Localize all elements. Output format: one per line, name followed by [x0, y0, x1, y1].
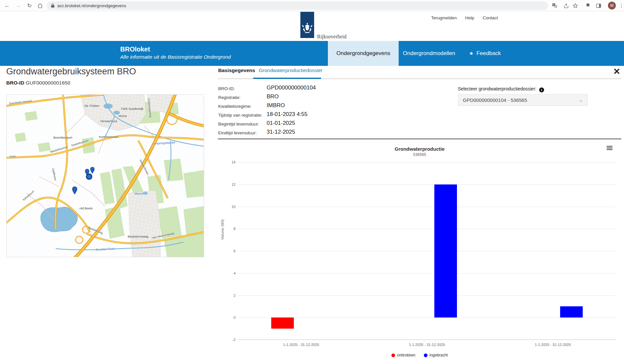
- link-contact[interactable]: Contact: [482, 15, 498, 20]
- chart-context-menu-icon[interactable]: [606, 144, 614, 151]
- star-icon: ★: [469, 50, 473, 56]
- x-axis-label: 1-1-2025 - 31-12-2025: [385, 343, 470, 347]
- gridline: [238, 207, 616, 207]
- field-label: Begintijd levensduur:: [218, 122, 259, 126]
- y-tick-label: 12: [222, 182, 236, 186]
- bar-ingebracht: [434, 184, 457, 318]
- gridline: [238, 251, 616, 251]
- address-bar[interactable]: acc.broloket.nl/ondergrondgegevens: [47, 1, 548, 10]
- bro-id-label: BRO-ID: [6, 80, 24, 86]
- field-value: IMBRO: [267, 102, 285, 109]
- field-row: Eindtijd levensduur:31-12-2025: [218, 129, 402, 138]
- map-label-place: Kortehemmen: [99, 135, 119, 139]
- gridline: [238, 162, 616, 163]
- legend-dot: [424, 354, 427, 357]
- reload-icon[interactable]: ↻: [25, 1, 34, 10]
- dossier-select[interactable]: GPD000000000104 - 536565 ⌄: [458, 94, 588, 106]
- gridline: [238, 317, 616, 318]
- field-value: 01-01-2025: [267, 120, 295, 126]
- field-value: GPD000000000104: [267, 85, 316, 91]
- field-label: BRO-ID:: [218, 86, 235, 91]
- side-panel-icon[interactable]: [594, 1, 603, 10]
- extensions-icon[interactable]: [583, 1, 592, 10]
- page-title: Grondwatergebruiksysteem BRO: [6, 67, 136, 77]
- map-label-place: Himsterhout: [100, 119, 117, 123]
- map-label-water: Mearsfeat: [134, 192, 147, 195]
- location-map[interactable]: Drachtster HeaweiDe TriskenPark Suyderwi…: [6, 94, 204, 257]
- nav-item-ondergrondgegevens[interactable]: Ondergrondgegevens: [328, 41, 399, 66]
- y-tick-label: 8: [222, 227, 236, 231]
- profile-avatar[interactable]: M: [608, 2, 616, 10]
- active-tab-indicator: [253, 78, 321, 79]
- section-divider: [218, 139, 621, 139]
- gridline: [238, 184, 616, 185]
- chart-plot-area: 14121086420-21-1-2025 - 31-12-20251-1-20…: [238, 162, 616, 340]
- chart-subtitle: 536565: [218, 152, 621, 157]
- field-row: Tijdstip van registratie:18-01-2023 4:55: [218, 111, 402, 120]
- chart-legend: onttrokkeningebracht: [218, 353, 621, 357]
- field-row: Registratie:BRO: [218, 93, 402, 102]
- tab-grondwaterproductiedossier[interactable]: Grondwaterproductiedossier: [259, 67, 323, 73]
- dossier-selector-label: Selecteer grondwaterproductiedossier:i: [458, 86, 544, 92]
- x-axis-line: [238, 339, 616, 340]
- home-icon[interactable]: [35, 1, 45, 10]
- bar-ingebracht: [560, 306, 583, 317]
- legend-item-ingebracht[interactable]: ingebracht: [424, 353, 448, 357]
- url-text: acc.broloket.nl/ondergrondgegevens: [57, 3, 126, 8]
- svg-text:A: A: [555, 6, 557, 8]
- y-tick-label: -2: [222, 338, 236, 342]
- field-value: BRO: [267, 93, 279, 100]
- legend-label: onttrokken: [397, 353, 415, 357]
- tab-basisgegevens[interactable]: Basisgegevens: [218, 67, 255, 73]
- header-links: Terugmelden Help Contact: [424, 15, 498, 20]
- legend-dot: [391, 354, 395, 357]
- y-tick-label: 2: [222, 294, 236, 297]
- bookmark-star-icon[interactable]: [571, 1, 579, 10]
- link-help[interactable]: Help: [465, 15, 474, 20]
- map-label-place: De Trisken: [85, 104, 99, 107]
- field-value: 31-12-2025: [267, 129, 295, 135]
- info-icon[interactable]: i: [539, 87, 544, 92]
- gridline: [238, 340, 616, 340]
- field-row: Begintijd levensduur:01-01-2025: [218, 120, 402, 129]
- field-row: Kwaliteitsregime:IMBRO: [218, 102, 402, 111]
- map-label-place: Ald Beets: [79, 206, 93, 210]
- main-navbar: BROloket Alle informatie uit de Basisreg…: [0, 41, 624, 66]
- chart-title: Grondwaterproductie: [218, 146, 621, 152]
- rijksoverheid-logo: [300, 12, 314, 38]
- share-icon[interactable]: [562, 1, 570, 10]
- field-label: Kwaliteitsregime:: [218, 104, 252, 109]
- brand-block[interactable]: BROloket Alle informatie uit de Basisreg…: [120, 46, 231, 60]
- map-label-place: Park Suyderwijk: [121, 107, 143, 110]
- translate-icon[interactable]: 文A: [550, 1, 559, 10]
- back-icon[interactable]: ←: [3, 1, 12, 10]
- chevron-down-icon: ⌄: [578, 98, 583, 103]
- nav-item-feedback[interactable]: ★ Feedback: [461, 41, 509, 66]
- legend-label: ingebracht: [429, 353, 448, 357]
- gridline: [238, 273, 616, 274]
- nav-item-ondergrondmodellen[interactable]: Ondergrondmodellen: [394, 41, 464, 66]
- map-label-place: Boornbergum: [53, 136, 72, 139]
- map-label-place: Beetsterzwaag: [128, 235, 148, 238]
- link-terugmelden[interactable]: Terugmelden: [431, 15, 457, 20]
- gridline: [238, 296, 616, 296]
- site-header: Rijksoverheid Terugmelden Help Contact: [0, 11, 624, 41]
- lock-icon: [51, 4, 55, 8]
- logo-wordmark: Rijksoverheid: [317, 34, 347, 40]
- y-tick-label: 14: [222, 160, 236, 164]
- kebab-menu-icon[interactable]: ⋮: [617, 1, 624, 10]
- field-label: Registratie:: [218, 95, 240, 100]
- field-label: Tijdstip van registratie:: [218, 113, 262, 118]
- close-icon[interactable]: ✕: [613, 67, 620, 76]
- production-chart: Grondwaterproductie 536565 Volume (M3) 1…: [218, 142, 621, 364]
- y-tick-label: 4: [222, 271, 236, 275]
- forward-icon[interactable]: →: [14, 1, 23, 10]
- field-label: Eindtijd levensduur:: [218, 130, 257, 135]
- browser-toolbar: ← → ↻ acc.broloket.nl/ondergrondgegevens…: [0, 0, 624, 11]
- legend-item-onttrokken[interactable]: onttrokken: [391, 353, 415, 357]
- field-value: 18-01-2023 4:55: [267, 111, 308, 118]
- brand-name: BROloket: [120, 46, 231, 53]
- brand-tagline: Alle informatie uit de Basisregistratie …: [120, 54, 231, 60]
- y-tick-label: 0: [222, 316, 236, 319]
- y-tick-label: 6: [222, 249, 236, 253]
